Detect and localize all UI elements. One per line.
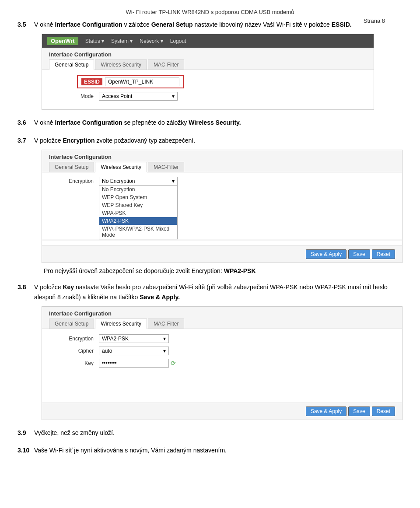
enc-options-list: No Encryption WEP Open System WEP Shared… xyxy=(99,186,178,239)
tabs-row-1: General Setup Wireless Security MAC-Filt… xyxy=(42,60,374,70)
tabs-row-2: General Setup Wireless Security MAC-Filt… xyxy=(42,162,402,172)
enc-opt-wpa2-psk[interactable]: WPA2-PSK xyxy=(99,217,177,225)
page-number: Strana 8 xyxy=(364,18,385,24)
tab-general-setup-3[interactable]: General Setup xyxy=(49,319,94,329)
essid-input[interactable] xyxy=(105,77,179,86)
mode-value: Access Point xyxy=(102,93,132,99)
tab-wireless-security-3[interactable]: Wireless Security xyxy=(95,319,147,329)
panel-2: Interface Configuration General Setup Wi… xyxy=(42,150,402,263)
key-input[interactable] xyxy=(99,359,169,368)
enc-dropdown-container[interactable]: No Encryption ▾ No Encryption WEP Open S… xyxy=(99,177,178,239)
tab-mac-filter-2[interactable]: MAC-Filter xyxy=(148,162,184,172)
brand-logo: OpenWrt xyxy=(47,37,78,45)
essid-label: ESSID xyxy=(81,78,102,85)
label-cipher: Cipher xyxy=(55,348,99,354)
section-text-37: V položce Encryption zvolte požadovaný t… xyxy=(34,136,195,145)
mode-row: Mode Access Point ▾ xyxy=(55,92,360,101)
enc-opt-mixed[interactable]: WPA-PSK/WPA2-PSK Mixed Mode xyxy=(99,225,177,239)
iface-config-title-2: Interface Configuration xyxy=(42,150,402,162)
section-text-36: V okně Interface Configuration se přepně… xyxy=(34,118,241,127)
form-body-1: ESSID Mode Access Point ▾ xyxy=(42,70,374,109)
encryption-select[interactable]: WPA2-PSK ▾ xyxy=(99,334,169,343)
buttons-row-2: Save & Apply Save Reset xyxy=(42,245,402,263)
mode-select[interactable]: Access Point ▾ xyxy=(99,92,178,101)
reset-button-2[interactable]: Reset xyxy=(372,249,395,259)
section-38: 3.8 V položce Key nastavte Vaše heslo pr… xyxy=(18,282,402,420)
section-37: 3.7 V položce Encryption zvolte požadova… xyxy=(18,136,402,274)
section-num-39: 3.9 xyxy=(18,428,34,438)
page-header: Wi- Fi router TP-LINK WR842ND s podporou… xyxy=(18,9,402,15)
section-310: 3.10 Vaše Wi-Fi síť je nyní aktivována s… xyxy=(18,445,402,455)
section-text-310: Vaše Wi-Fi síť je nyní aktivována s nový… xyxy=(34,445,227,455)
enc-current-value: No Encryption xyxy=(102,178,135,184)
cipher-value: auto xyxy=(102,348,112,354)
nav-logout[interactable]: Logout xyxy=(170,38,186,44)
tab-mac-filter-3[interactable]: MAC-Filter xyxy=(148,319,184,329)
section-text-35: V okně Interface Configuration v záložce… xyxy=(34,20,352,29)
key-refresh-icon[interactable]: ⟳ xyxy=(171,360,176,367)
nav-system[interactable]: System ▾ xyxy=(111,38,133,44)
enc-opt-wpa-psk[interactable]: WPA-PSK xyxy=(99,209,177,217)
cipher-select[interactable]: auto ▾ xyxy=(99,347,169,355)
enc-label: Encryption xyxy=(55,177,99,184)
iface-config-title-1: Interface Configuration xyxy=(42,48,374,60)
enc-opt-wep-open[interactable]: WEP Open System xyxy=(99,193,177,201)
mode-label: Mode xyxy=(55,93,99,99)
form-row-encryption: Encryption WPA2-PSK ▾ xyxy=(55,334,389,343)
form-body-3: Encryption WPA2-PSK ▾ Cipher auto ▾ Key … xyxy=(42,329,402,403)
openwrt-nav: OpenWrt Status ▾ System ▾ Network ▾ Logo… xyxy=(42,34,374,48)
section-text-38: V položce Key nastavte Vaše heslo pro za… xyxy=(34,282,402,302)
save-apply-button-3[interactable]: Save & Apply xyxy=(306,406,346,416)
note-text-37: Pro nejvyšší úroveň zabezpečení se dopor… xyxy=(44,267,402,274)
buttons-row-3: Save & Apply Save Reset xyxy=(42,403,402,420)
encryption-value: WPA2-PSK xyxy=(102,336,129,342)
save-apply-button-2[interactable]: Save & Apply xyxy=(306,249,346,259)
tab-mac-filter-1[interactable]: MAC-Filter xyxy=(148,60,184,70)
nav-network[interactable]: Network ▾ xyxy=(140,38,163,44)
section-num-37: 3.7 xyxy=(18,136,34,145)
tab-wireless-security-2[interactable]: Wireless Security xyxy=(95,162,147,172)
form-row-key: Key ⟳ xyxy=(55,359,389,368)
form-row-cipher: Cipher auto ▾ xyxy=(55,347,389,355)
save-button-2[interactable]: Save xyxy=(348,249,370,259)
section-36: 3.6 V okně Interface Configuration se př… xyxy=(18,118,402,127)
enc-select-current[interactable]: No Encryption ▾ xyxy=(99,177,178,186)
reset-button-3[interactable]: Reset xyxy=(372,406,395,416)
nav-status[interactable]: Status ▾ xyxy=(85,38,104,44)
section-num-310: 3.10 xyxy=(18,445,34,455)
section-num-35: 3.5 xyxy=(18,20,34,29)
tabs-row-3: General Setup Wireless Security MAC-Filt… xyxy=(42,319,402,329)
essid-row: ESSID xyxy=(55,75,360,88)
section-text-39: Vyčkejte, než se změny uloží. xyxy=(34,428,115,438)
enc-opt-no-enc[interactable]: No Encryption xyxy=(99,186,177,193)
enc-row: Encryption No Encryption ▾ No Encryption… xyxy=(55,177,389,239)
tab-general-setup-2[interactable]: General Setup xyxy=(49,162,94,172)
tab-general-setup-1[interactable]: General Setup xyxy=(49,60,94,70)
section-num-36: 3.6 xyxy=(18,118,34,127)
save-button-3[interactable]: Save xyxy=(348,406,370,416)
panel-1: OpenWrt Status ▾ System ▾ Network ▾ Logo… xyxy=(42,34,374,110)
label-encryption: Encryption xyxy=(55,336,99,342)
iface-config-title-3: Interface Configuration xyxy=(42,307,402,319)
section-num-38: 3.8 xyxy=(18,282,34,292)
section-39: 3.9 Vyčkejte, než se změny uloží. xyxy=(18,428,402,438)
label-key: Key xyxy=(55,360,99,366)
tab-wireless-security-1[interactable]: Wireless Security xyxy=(95,60,147,70)
section-35: 3.5 V okně Interface Configuration v zál… xyxy=(18,20,402,110)
enc-form-body: Encryption No Encryption ▾ No Encryption… xyxy=(42,172,402,239)
panel-3: Interface Configuration General Setup Wi… xyxy=(42,306,402,420)
enc-opt-wep-shared[interactable]: WEP Shared Key xyxy=(99,201,177,209)
